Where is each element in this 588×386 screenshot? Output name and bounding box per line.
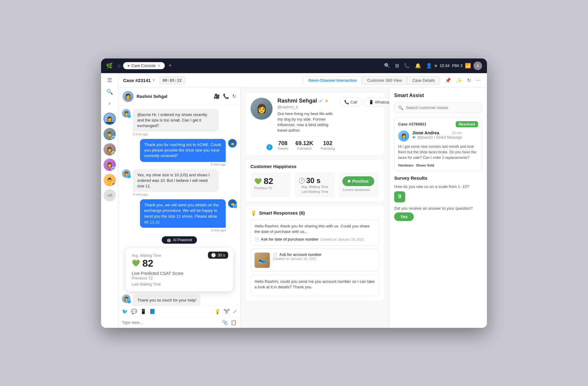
right-panel: Smart Assist 🔍 Case #3784921 Resolved [389,88,487,328]
status-dot [435,65,437,67]
smart-assist-title: Smart Assist [394,93,482,98]
profile-bio: Out here living my best life with my dog… [277,111,335,133]
conversation-item-3[interactable]: 👩 W [104,143,116,156]
chat-user-avatar: 👩 [123,91,134,102]
conversation-item-1[interactable]: 👩 10m 32s [104,113,116,125]
conversation-item-2[interactable]: 👨 f [104,128,116,140]
conversation-item-4[interactable]: 👩 T [104,159,116,171]
conversation-item-5[interactable]: 👨 R [104,174,116,186]
sr-meta-1: 📄 Ask for date of purchase number Create… [254,237,375,242]
ai-badge-label: AI Powered [173,238,192,242]
wait-time-card: 🕐 30 s Avg. Waiting Time Last Waiting Ti… [295,173,335,197]
twitter-channel-badge: T [127,114,131,118]
agent-avatar[interactable]: A [473,62,482,70]
smart-responses-header: 💡 Smart Responses (6) [251,210,379,216]
clock-icon-small: 🕐 [211,253,216,257]
message-row-2: 👨 Thank you for reaching out to ACME. Co… [122,139,237,166]
tweets-count: 708 [277,140,288,147]
whatsapp-action-button[interactable]: 📱 Whatsapp [364,98,389,107]
menu-icon[interactable]: ☰ [107,77,112,84]
sr-card-row-2: 👟 📄 Ask for account number Created on Ja… [254,253,375,268]
chat-messages: 👩 T @acme Hi, I ordered my shoes recentl… [118,105,240,306]
care-console-tab[interactable]: ♥ Care Console ✕ [123,62,165,69]
case-agent-name-row: Jione Andrea 13 min [412,130,462,135]
bulb-action-icon[interactable]: 💡 [214,309,221,314]
search-icon[interactable]: 🔍 [384,63,390,69]
tab-case-details[interactable]: Case Details [407,76,440,85]
reddit-badge: R [111,182,116,186]
message-content-1: @acme Hi, I ordered my shoes recently an… [133,109,219,136]
bell-icon[interactable]: 🔔 [415,63,421,69]
case-tag-shoes: Shoes Sold [416,163,434,167]
user-avatar-wrap-5: 👩 T [122,294,130,303]
followers-count: 69.12K [296,140,313,147]
scissors-icon[interactable]: ✂️ [224,309,230,314]
smart-response-card-1[interactable]: Hello Rashmi, thank you for sharing this… [251,219,379,245]
ai-badge-container: 🤖 AI Powered [122,236,237,244]
message-bubble-1: @acme Hi, I ordered my shoes recently an… [133,109,219,132]
more-conversations-badge[interactable]: +20 [104,189,116,201]
sidebar-search-icon[interactable]: 🔍 [106,88,113,95]
following-label: Following [321,147,335,150]
call-icon[interactable]: 📞 [223,93,229,99]
call-action-button[interactable]: 📞 Call [340,98,362,107]
case-agent-avatar: 👩 [398,130,409,141]
sentiment-button[interactable]: Positive [342,176,374,186]
agent-avatar-wrap: 👨 [228,139,237,148]
csat-card: 💚 82 Previous 72 [251,173,291,197]
sidebar-chevron-right-icon[interactable]: › [109,100,111,107]
link-24-48[interactable]: 24-48 [149,219,160,224]
survey-yes-button[interactable]: Yes [394,212,414,221]
wand-icon[interactable]: ✨ [455,76,463,84]
message-bubble-4: Thank you, we will send you details on t… [140,199,226,228]
grid-icon[interactable]: ⊞ [395,63,399,69]
facebook-badge: f [111,136,116,140]
home-icon[interactable]: ⌂ [118,63,121,69]
sentiment-dot [348,180,350,182]
csat-heart-card: 💚 [254,178,262,185]
smart-assist-search[interactable]: 🔍 [394,103,482,113]
tab-omnichannel[interactable]: Omni-Channel Interaction [303,76,362,85]
twitter-channel-icon[interactable]: 🐦 [122,309,128,314]
twitter-badge: T [111,167,116,171]
case-number-assist: Case #3784921 [398,122,427,126]
video-icon[interactable]: 🎥 [214,93,220,99]
add-tab-icon[interactable]: + [168,62,172,69]
facebook-channel-icon[interactable]: 📘 [149,309,156,314]
message-row-5: 👩 T Thank you so much for your help! 2 m… [122,294,237,306]
message-time-4: 3 mins ago [140,229,226,232]
smart-responses-bulb-icon: 💡 [251,210,257,216]
current-time: 15:34 [439,63,450,68]
profile-section: 👩 T Rashmi Sehgal ✓ ★ @rashmi_s Out here… [246,93,384,156]
refresh-icon[interactable]: ↻ [466,76,472,84]
csat-score-card: 82 [264,176,273,186]
user-plus-icon[interactable]: 👤 [426,63,432,69]
csat-popup: 🕐 30 s Avg. Waiting Time 💚 82 Live Predi… [126,248,233,291]
pin-icon[interactable]: 📌 [444,76,452,84]
agent-avatar-2: 👨 [228,139,237,148]
tab-customer360[interactable]: Customer 360 View [362,76,407,85]
message-time-1: 6 mins ago [133,133,219,136]
nav-icon-group: 🔍 ⊞ 📞 🔔 👤 [384,63,432,69]
search-input-assist[interactable] [406,105,478,110]
case-tab-group: Omni-Channel Interaction Customer 360 Vi… [303,76,440,85]
chat-input-field[interactable] [122,320,220,325]
case-id: Case #23141 ▼ [123,78,156,83]
attachment-icon[interactable]: 📎 [222,320,228,325]
template-icon[interactable]: 📋 [231,320,237,325]
resolved-badge: Resolved [456,121,478,127]
tab-close-icon[interactable]: ✕ [157,64,160,68]
chat-channel-icon[interactable]: 💬 [131,309,137,314]
phone-icon[interactable]: 📞 [404,63,410,69]
reload-icon[interactable]: ↻ [232,93,236,99]
profile-stats-row: 708 Tweets 69.12K Followers 102 Followin… [277,136,335,150]
whatsapp-channel-icon[interactable]: 📱 [140,309,146,314]
case-dropdown-icon[interactable]: ▼ [152,78,156,82]
more-options-icon[interactable]: ⋯ [475,76,482,84]
maximize-icon[interactable]: ⤢ [233,309,237,314]
channel-selector: 🐦 💬 📱 📘 💡 ✂️ ⤢ [118,306,240,317]
smart-response-card-3[interactable]: Hello Rashmi, could you send me you acco… [251,275,379,296]
search-icon-assist: 🔍 [398,105,403,110]
tweets-label: Tweets [277,147,288,150]
smart-response-card-2[interactable]: 👟 📄 Ask for account number Created on Ja… [251,249,379,272]
